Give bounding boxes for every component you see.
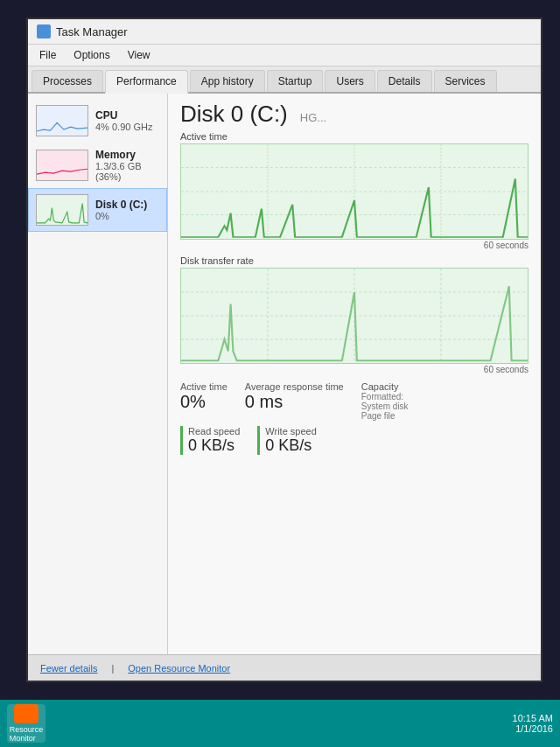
active-time-stat: Active time 0%	[180, 381, 228, 421]
tab-startup[interactable]: Startup	[267, 70, 324, 92]
capacity-label: Capacity	[361, 381, 409, 392]
disk-transfer-section: Disk transfer rate 60 seconds	[180, 255, 528, 374]
read-speed-group: Read speed 0 KB/s	[180, 426, 240, 455]
chart1-time: 60 seconds	[180, 241, 528, 250]
write-speed-label: Write speed	[265, 426, 317, 436]
menu-bar: File Options View	[28, 45, 541, 66]
tab-processes[interactable]: Processes	[32, 70, 103, 92]
cpu-thumb	[36, 105, 88, 136]
sidebar: CPU 4% 0.90 GHz Memory 1.3/3.6 GB (36%)	[28, 94, 168, 676]
cpu-info: CPU 4% 0.90 GHz	[95, 109, 152, 132]
panel-title: Disk 0 (C:)	[180, 101, 288, 128]
disk-value: 0%	[95, 211, 147, 221]
taskbar-icon-img	[14, 704, 38, 723]
transfer-rate-chart	[180, 268, 528, 364]
active-time-stat-value: 0%	[180, 392, 228, 412]
avg-response-stat: Average response time 0 ms	[245, 381, 344, 421]
chart1-label: Active time	[180, 131, 528, 142]
footer-separator: |	[111, 663, 114, 674]
disk-thumb	[36, 194, 88, 226]
footer: Fewer details | Open Resource Monitor	[28, 654, 541, 681]
tab-app-history[interactable]: App history	[190, 70, 265, 92]
read-speed-label: Read speed	[188, 426, 240, 436]
clock-time: 10:15 AM	[513, 713, 553, 723]
write-speed-value: 0 KB/s	[265, 436, 317, 455]
disk-info: Disk 0 (C:) 0%	[95, 199, 147, 221]
menu-view[interactable]: View	[125, 47, 153, 63]
disk-label: Disk 0 (C:)	[95, 199, 147, 211]
taskbar-icon-label: ResourceMonitor	[10, 725, 44, 743]
stats-row: Active time 0% Average response time 0 m…	[180, 381, 528, 421]
menu-file[interactable]: File	[37, 47, 59, 63]
fewer-details-link[interactable]: Fewer details	[40, 663, 97, 674]
memory-info: Memory 1.3/3.6 GB (36%)	[95, 149, 159, 182]
tab-performance[interactable]: Performance	[105, 70, 188, 94]
avg-response-value: 0 ms	[245, 392, 344, 412]
capacity-value: Formatted:	[361, 392, 409, 401]
memory-thumb	[36, 150, 88, 181]
capacity-sub2: Page file	[361, 411, 409, 421]
memory-label: Memory	[95, 149, 159, 161]
sidebar-item-disk[interactable]: Disk 0 (C:) 0%	[28, 188, 167, 232]
title-bar: Task Manager	[28, 19, 541, 45]
open-resource-monitor-link[interactable]: Open Resource Monitor	[128, 663, 230, 674]
menu-options[interactable]: Options	[71, 47, 112, 63]
sidebar-item-cpu[interactable]: CPU 4% 0.90 GHz	[28, 99, 167, 143]
taskbar-clock: 10:15 AM 1/1/2016	[513, 713, 553, 734]
clock-date: 1/1/2016	[513, 723, 553, 734]
panel-subtitle: HG...	[300, 111, 326, 124]
tab-users[interactable]: Users	[325, 70, 374, 92]
capacity-sub1: System disk	[361, 401, 409, 411]
chart2-time: 60 seconds	[180, 365, 528, 374]
tab-bar: Processes Performance App history Startu…	[28, 66, 541, 94]
read-speed-value: 0 KB/s	[188, 436, 240, 455]
speed-row: Read speed 0 KB/s Write speed 0 KB/s	[180, 426, 528, 455]
write-speed-group: Write speed 0 KB/s	[257, 426, 317, 455]
active-time-section: Active time 60 seconds	[180, 131, 528, 250]
tab-services[interactable]: Services	[434, 70, 497, 92]
capacity-stat: Capacity Formatted: System disk Page fil…	[361, 381, 409, 421]
taskbar: ResourceMonitor 10:15 AM 1/1/2016	[0, 700, 560, 747]
chart2-label: Disk transfer rate	[180, 255, 528, 266]
tab-details[interactable]: Details	[377, 70, 432, 92]
cpu-value: 4% 0.90 GHz	[95, 122, 152, 132]
memory-value: 1.3/3.6 GB (36%)	[95, 161, 159, 182]
cpu-label: CPU	[95, 109, 152, 122]
taskbar-app-icon[interactable]: ResourceMonitor	[7, 704, 46, 743]
svg-rect-0	[37, 106, 88, 136]
svg-rect-1	[37, 150, 88, 181]
main-content: CPU 4% 0.90 GHz Memory 1.3/3.6 GB (36%)	[28, 94, 541, 676]
active-time-stat-label: Active time	[180, 381, 228, 392]
sidebar-item-memory[interactable]: Memory 1.3/3.6 GB (36%)	[28, 143, 167, 188]
app-icon	[37, 24, 51, 38]
panel-header: Disk 0 (C:) HG...	[180, 101, 528, 128]
window-title: Task Manager	[56, 25, 128, 38]
avg-response-label: Average response time	[245, 381, 344, 392]
right-panel: Disk 0 (C:) HG... Active time	[168, 94, 541, 676]
task-manager-window: Task Manager File Options View Processes…	[26, 17, 542, 682]
active-time-chart	[180, 143, 528, 240]
